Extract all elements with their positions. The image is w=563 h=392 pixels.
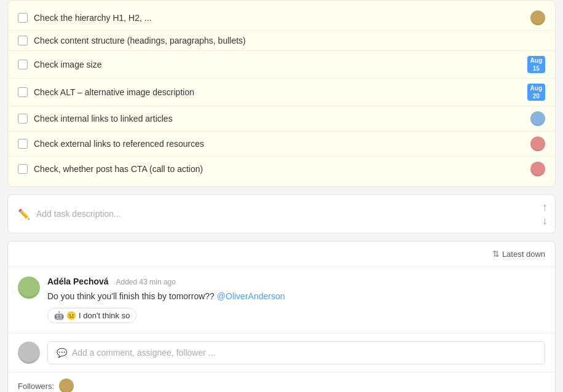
badge-month-4: Aug [530, 84, 542, 92]
comment-time: Added 43 min ago [116, 278, 176, 286]
checkbox-2[interactable] [18, 36, 28, 45]
checklist-label-4: Check ALT – alternative image descriptio… [34, 87, 518, 97]
checklist-item: Check image size Aug 15 [8, 51, 555, 79]
checkbox-3[interactable] [18, 60, 28, 69]
description-section[interactable]: ✏️ Add task description... ↑ ↓ [7, 194, 556, 233]
add-comment-placeholder: Add a comment, assignee, follower ... [72, 348, 215, 358]
pencil-icon: ✏️ [18, 208, 30, 220]
checkbox-5[interactable] [18, 114, 28, 123]
checkbox-7[interactable] [18, 164, 28, 174]
description-placeholder: Add task description... [36, 209, 121, 219]
comments-section: ⇅ Latest down Adéla Pechová Added 43 min… [7, 241, 556, 392]
sort-icon: ⇅ [492, 249, 500, 259]
comment-header-row: Adéla Pechová Added 43 min ago [47, 276, 545, 286]
follower-avatar-1 [59, 378, 74, 392]
checklist-item: Check external links to referenced resou… [8, 131, 555, 157]
scroll-arrows: ↑ ↓ [542, 202, 548, 226]
reaction-emoji2: 😐 [66, 311, 76, 320]
reaction-bubble[interactable]: 🤖 😐 I don't think so [47, 308, 136, 323]
avatar-6 [530, 136, 545, 151]
avatar-1 [530, 10, 545, 25]
badge-month-3: Aug [530, 57, 542, 65]
reaction-emoji1: 🤖 [54, 311, 64, 320]
badge-day-3: 15 [533, 65, 540, 73]
checklist-item: Check, whether post has CTA (call to act… [8, 157, 555, 181]
checkbox-4[interactable] [18, 87, 28, 97]
scroll-down-icon: ↓ [542, 215, 548, 226]
comment-mention: @OliverAnderson [217, 291, 285, 301]
checkbox-6[interactable] [18, 139, 28, 149]
checklist-section: Check the hierarchy H1, H2, ... Check co… [7, 0, 556, 187]
checklist-label-1: Check the hierarchy H1, H2, ... [34, 13, 524, 23]
avatar-5 [530, 111, 545, 126]
checklist-label-3: Check image size [34, 60, 518, 69]
checklist-item: Check content structure (headings, parag… [8, 31, 555, 51]
comment-body: Adéla Pechová Added 43 min ago Do you th… [47, 276, 545, 323]
reaction-text: I don't think so [79, 311, 130, 320]
badge-day-4: 20 [533, 92, 540, 100]
followers-row: Followers: [8, 372, 555, 392]
checklist-label-6: Check external links to referenced resou… [34, 139, 524, 149]
add-comment-row: 💬 Add a comment, assignee, follower ... [8, 334, 555, 372]
date-badge-4: Aug 20 [527, 84, 545, 101]
sort-button[interactable]: ⇅ Latest down [492, 249, 545, 259]
scroll-up-icon: ↑ [542, 202, 548, 213]
checklist-item: Check internal links to linked articles [8, 106, 555, 131]
date-badge-3: Aug 15 [527, 56, 545, 73]
comment-input-icon: 💬 [57, 348, 67, 358]
comment-avatar [18, 276, 40, 299]
avatar-7 [530, 162, 545, 176]
commenter-avatar [18, 342, 40, 364]
checklist-label-2: Check content structure (headings, parag… [34, 36, 545, 45]
checklist-label-5: Check internal links to linked articles [34, 114, 524, 123]
followers-label: Followers: [18, 382, 54, 391]
checklist-label-7: Check, whether post has CTA (call to act… [34, 164, 524, 174]
comment-text-content: Do you think you'll finish this by tomor… [47, 291, 215, 301]
add-comment-input[interactable]: 💬 Add a comment, assignee, follower ... [47, 341, 545, 364]
comments-header: ⇅ Latest down [8, 241, 555, 267]
checklist-item: Check ALT – alternative image descriptio… [8, 79, 555, 106]
comment-text: Do you think you'll finish this by tomor… [47, 290, 545, 303]
checklist-item: Check the hierarchy H1, H2, ... [8, 6, 555, 31]
checkbox-1[interactable] [18, 13, 28, 23]
sort-label: Latest down [502, 249, 545, 259]
comment-entry: Adéla Pechová Added 43 min ago Do you th… [8, 267, 555, 334]
comment-author: Adéla Pechová [47, 276, 109, 286]
